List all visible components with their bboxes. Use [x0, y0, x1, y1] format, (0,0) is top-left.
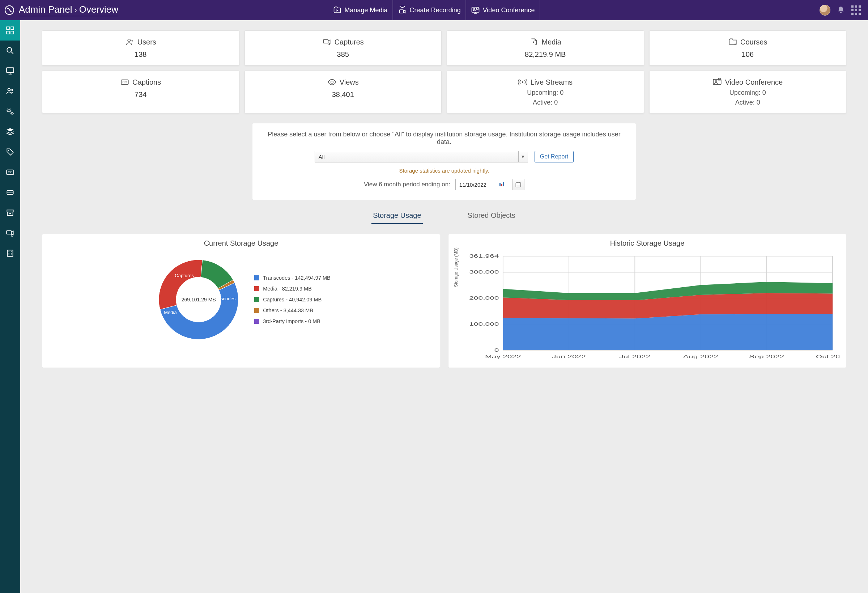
kpi-users[interactable]: Users 138 [42, 30, 239, 65]
rail-overview[interactable] [0, 20, 20, 40]
filter-hint: Please select a user from below or choos… [263, 131, 625, 146]
tab-storage-usage[interactable]: Storage Usage [371, 209, 422, 224]
nav-manage-media[interactable]: Manage Media [328, 0, 393, 20]
svg-point-4 [474, 8, 475, 10]
kpi-sub-active: Active: 0 [653, 99, 843, 106]
media-folder-icon [333, 6, 342, 15]
rail-device[interactable] [0, 182, 20, 203]
legend-item[interactable]: Transcodes - 142,494.97 MB [254, 275, 330, 281]
rail-archive[interactable] [0, 203, 20, 223]
svg-rect-11 [6, 68, 14, 72]
date-row: View 6 month period ending on: 11/10/202… [263, 179, 625, 190]
kpi-sub-upcoming: Upcoming: 0 [451, 89, 640, 97]
svg-text:May 2022: May 2022 [485, 354, 521, 359]
select-value: All [315, 154, 518, 160]
chevron-down-icon: ▾ [518, 151, 528, 162]
bell-icon[interactable] [836, 6, 846, 15]
legend-item[interactable]: 3rd-Party Imports - 0 MB [254, 318, 330, 324]
kpi-courses[interactable]: Courses 106 [649, 30, 847, 65]
svg-text:Oct 2022: Oct 2022 [816, 354, 840, 359]
svg-rect-9 [11, 31, 14, 34]
legend-item[interactable]: Media - 82,219.9 MB [254, 286, 330, 291]
svg-text:Jul 2022: Jul 2022 [619, 354, 650, 359]
svg-rect-2 [400, 10, 404, 13]
nav-label: Video Conference [483, 6, 535, 14]
storage-tabs: Storage Usage Stored Objects [366, 209, 522, 224]
svg-text:Sep 2022: Sep 2022 [749, 354, 784, 359]
legend-item[interactable]: Captures - 40,942.09 MB [254, 297, 330, 302]
legend-item[interactable]: Others - 3,444.33 MB [254, 308, 330, 314]
nav-create-recording[interactable]: Create Recording [393, 0, 466, 20]
media-plus-icon [530, 37, 539, 47]
svg-rect-24 [7, 250, 13, 256]
kpi-sub-active: Active: 0 [451, 99, 640, 106]
kpi-label: Views [340, 78, 359, 86]
svg-rect-7 [11, 27, 14, 30]
kpi-label: Media [542, 38, 561, 46]
calendar-button[interactable] [512, 179, 524, 190]
nav-video-conference[interactable]: Video Conference [466, 0, 540, 20]
date-input[interactable]: 11/10/2022 [455, 179, 507, 190]
kpi-sub-upcoming: Upcoming: 0 [653, 89, 843, 97]
topbar: Admin Panel › Overview Manage Media Crea… [0, 0, 868, 20]
kpi-label: Live Streams [530, 78, 573, 86]
legend-swatch [254, 297, 259, 302]
rail-captions[interactable]: CC [0, 162, 20, 182]
broadcast-icon [518, 77, 527, 87]
svg-text:Jun 2022: Jun 2022 [552, 354, 586, 359]
kpi-value: 734 [46, 90, 235, 99]
svg-text:CC: CC [123, 80, 127, 84]
legend-label: 3rd-Party Imports - 0 MB [263, 318, 320, 324]
breadcrumb[interactable]: Admin Panel › Overview [19, 4, 118, 16]
kpi-captions[interactable]: CCCaptions 734 [42, 71, 239, 113]
kpi-captures[interactable]: Captures 385 [245, 30, 442, 65]
kpi-label: Captions [132, 78, 161, 86]
app-logo-icon[interactable] [3, 4, 16, 17]
y-axis-label: Storage Usage (MB) [453, 247, 459, 287]
nav-label: Create Recording [410, 6, 461, 14]
side-rail: CC [0, 20, 20, 593]
rail-tag[interactable] [0, 142, 20, 162]
rail-settings[interactable] [0, 101, 20, 121]
svg-point-16 [8, 150, 9, 151]
kpi-video-conf[interactable]: Video Conference Upcoming: 0 Active: 0 [649, 71, 847, 113]
svg-point-23 [11, 234, 13, 236]
kpi-value: 38,401 [248, 90, 438, 99]
kpi-live-streams[interactable]: Live Streams Upcoming: 0 Active: 0 [447, 71, 644, 113]
chart-title: Current Storage Usage [49, 239, 433, 247]
rail-institution[interactable] [0, 243, 20, 263]
rail-layers[interactable] [0, 121, 20, 142]
legend-swatch [254, 275, 259, 280]
svg-point-25 [128, 39, 130, 41]
get-report-button[interactable]: Get Report [534, 151, 574, 163]
chart-title: Historic Storage Usage [455, 239, 840, 247]
donut-chart[interactable]: 269,101.29 MB Transcodes Media Captures [152, 253, 245, 347]
kpi-media[interactable]: Media 82,219.9 MB [447, 30, 644, 65]
svg-text:300,000: 300,000 [469, 270, 499, 275]
kpi-label: Video Conference [725, 78, 782, 86]
kpi-views[interactable]: Views 38,401 [245, 71, 442, 113]
area-chart[interactable]: Storage Usage (MB) 0100,000200,000300,00… [455, 253, 840, 361]
rail-monitor[interactable] [0, 61, 20, 81]
user-select[interactable]: All ▾ [314, 151, 528, 163]
svg-text:100,000: 100,000 [469, 322, 499, 327]
device-icon [6, 188, 15, 197]
search-icon [6, 46, 15, 55]
rail-users[interactable] [0, 81, 20, 101]
avatar[interactable] [819, 5, 830, 16]
svg-rect-19 [7, 191, 13, 195]
layers-icon [6, 127, 15, 136]
rail-recorder[interactable] [0, 223, 20, 243]
svg-text:200,000: 200,000 [469, 296, 499, 301]
filter-warn: Storage statistics are updated nightly. [263, 167, 625, 174]
chart-current-storage: Current Storage Usage 269,101.29 MB Tran… [42, 234, 440, 368]
svg-text:CC: CC [8, 170, 13, 174]
users-icon [6, 86, 15, 96]
apps-icon[interactable] [851, 6, 861, 15]
tab-stored-objects[interactable]: Stored Objects [466, 209, 517, 224]
donut-legend: Transcodes - 142,494.97 MBMedia - 82,219… [254, 275, 330, 324]
topbar-nav: Manage Media Create Recording Video Conf… [328, 0, 540, 20]
record-camera-icon [398, 6, 407, 15]
rail-search[interactable] [0, 40, 20, 61]
legend-swatch [254, 286, 259, 291]
